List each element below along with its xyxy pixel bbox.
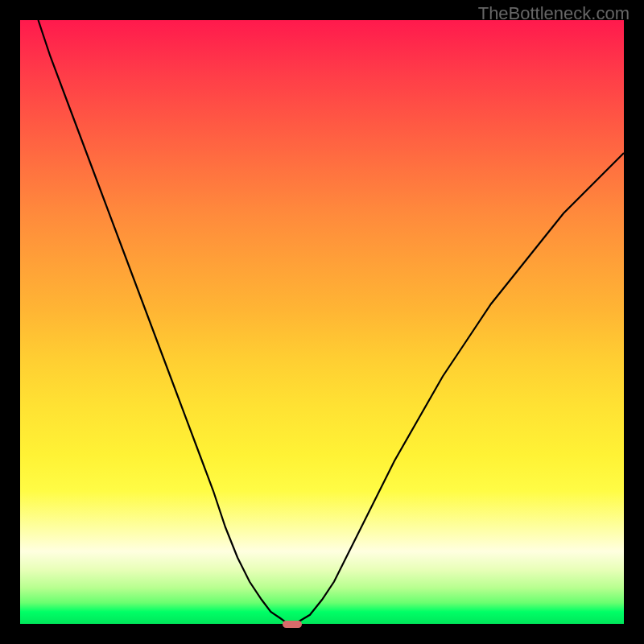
watermark-text: TheBottleneck.com xyxy=(478,3,630,24)
bottleneck-curve xyxy=(20,20,624,624)
optimal-point-marker xyxy=(283,621,302,628)
chart-plot-area xyxy=(20,20,624,624)
